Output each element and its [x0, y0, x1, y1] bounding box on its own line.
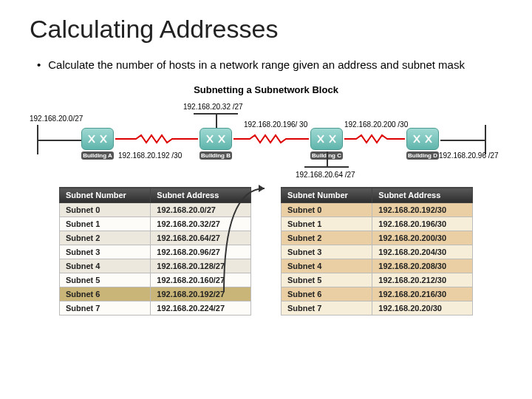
page-title: Calculating Addresses	[30, 15, 502, 44]
tables-container: Subnet Number Subnet Address Subnet 0192…	[30, 187, 502, 316]
table-row: Subnet 7192.168.20.20/30	[282, 301, 473, 316]
label-below-c: 192.168.20.64 /27	[296, 171, 355, 179]
table-row: Subnet 1192.168.20.196/30	[282, 217, 473, 231]
router-a: Building A	[81, 128, 115, 160]
table-cell: Subnet 4	[60, 259, 151, 273]
table-row: Subnet 2192.168.20.200/30	[282, 231, 473, 245]
table-cell: 192.168.20.160/27	[151, 273, 251, 287]
table-row: Subnet 5192.168.20.212/30	[282, 273, 473, 287]
table-cell: 192.168.20.208/30	[372, 259, 473, 273]
table-row: Subnet 0192.168.20.0/27	[60, 203, 251, 217]
svg-marker-0	[259, 185, 265, 192]
label-right-net: 192.168.20.96 /27	[439, 151, 499, 160]
subnet-table-27: Subnet Number Subnet Address Subnet 0192…	[59, 187, 251, 316]
table-cell: 192.168.20.224/27	[151, 301, 251, 316]
table-cell: Subnet 7	[60, 301, 151, 316]
subnet-table-30: Subnet Number Subnet Address Subnet 0192…	[281, 187, 473, 316]
table-row: Subnet 3192.168.20.96/27	[60, 245, 251, 259]
network-diagram: 192.168.20.0/27 Building A Building B Bu…	[30, 100, 502, 181]
table-cell: 192.168.20.128/27	[151, 259, 251, 273]
table-cell: 192.168.20.32/27	[151, 217, 251, 231]
table-cell: 192.168.20.20/30	[372, 301, 473, 316]
table-cell: Subnet 0	[60, 203, 151, 217]
table-cell: 192.168.20.96/27	[151, 245, 251, 259]
table-cell: Subnet 1	[60, 217, 151, 231]
table-cell: Subnet 6	[60, 287, 151, 301]
table-cell: Subnet 1	[282, 217, 372, 231]
table-cell: 192.168.20.204/30	[372, 245, 473, 259]
table-row: Subnet 6192.168.20.216/30	[282, 287, 473, 301]
bullet-text: Calculate the number of hosts in a netwo…	[37, 58, 502, 71]
table-cell: Subnet 2	[282, 231, 372, 245]
table-row: Subnet 3192.168.20.204/30	[282, 245, 473, 259]
label-link-ab: 192.168.20.192 /30	[118, 151, 182, 160]
table-cell: 192.168.20.0/27	[151, 203, 251, 217]
label-left-net: 192.168.20.0/27	[30, 115, 83, 123]
label-link-cd: 192.168.20.200 /30	[344, 120, 408, 129]
table-cell: 192.168.20.192/30	[372, 203, 473, 217]
table-cell: 192.168.20.216/30	[372, 287, 473, 301]
table-row: Subnet 7192.168.20.224/27	[60, 301, 251, 316]
table-cell: Subnet 2	[60, 231, 151, 245]
table-cell: 192.168.20.64/27	[151, 231, 251, 245]
table-row: Subnet 4192.168.20.208/30	[282, 259, 473, 273]
table-cell: Subnet 0	[282, 203, 372, 217]
table-cell: Subnet 6	[282, 287, 372, 301]
table-cell: 192.168.20.200/30	[372, 231, 473, 245]
table-row: Subnet 2192.168.20.64/27	[60, 231, 251, 245]
table-row: Subnet 1192.168.20.32/27	[60, 217, 251, 231]
label-link-bc: 192.168.20.196/ 30	[244, 120, 307, 129]
table-cell: Subnet 3	[282, 245, 372, 259]
table-row: Subnet 6192.168.20.192/27	[60, 287, 251, 301]
table-row: Subnet 4192.168.20.128/27	[60, 259, 251, 273]
router-d: Building D	[406, 128, 440, 160]
table-row: Subnet 5192.168.20.160/27	[60, 273, 251, 287]
t2-h0: Subnet Number	[282, 188, 372, 203]
label-top-center: 192.168.20.32 /27	[183, 103, 243, 111]
table-cell: Subnet 5	[282, 273, 372, 287]
t1-h0: Subnet Number	[60, 188, 151, 203]
table-cell: 192.168.20.212/30	[372, 273, 473, 287]
table-cell: 192.168.20.196/30	[372, 217, 473, 231]
table-cell: Subnet 3	[60, 245, 151, 259]
router-b: Building B	[200, 128, 233, 160]
diagram-title: Subnetting a Subnetwork Block	[30, 84, 502, 95]
table-cell: Subnet 7	[282, 301, 372, 316]
t1-h1: Subnet Address	[151, 188, 251, 203]
t2-h1: Subnet Address	[372, 188, 473, 203]
table-cell: 192.168.20.192/27	[151, 287, 251, 301]
table-row: Subnet 0192.168.20.192/30	[282, 203, 473, 217]
table-cell: Subnet 4	[282, 259, 372, 273]
table-cell: Subnet 5	[60, 273, 151, 287]
